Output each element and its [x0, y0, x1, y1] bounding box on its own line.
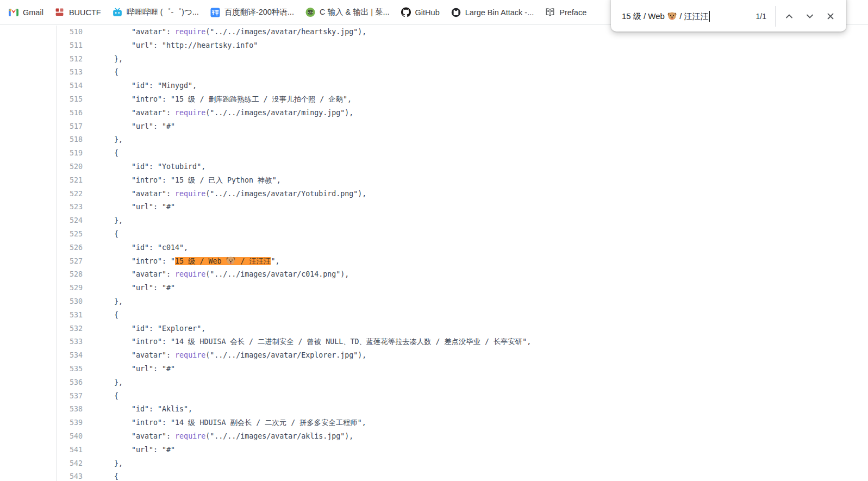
- line-number[interactable]: 518: [57, 133, 83, 147]
- line-number[interactable]: 541: [57, 443, 83, 457]
- line-number[interactable]: 532: [57, 322, 83, 336]
- code-line: 533 "intro": "14 级 HDUISA 会长 / 二进制安全 / 曾…: [57, 335, 868, 349]
- bookmark-label: 哔哩哔哩 (゜-゜)つ...: [127, 7, 199, 17]
- code-line: 537 {: [57, 390, 868, 403]
- line-number[interactable]: 530: [57, 295, 83, 309]
- line-number[interactable]: 534: [57, 349, 83, 363]
- ctf-wiki-icon: [451, 8, 461, 17]
- code-line: 539 "intro": "14 级 HDUISA 副会长 / 二次元 / 拼多…: [57, 416, 868, 430]
- code-text: "intro": "15 级 / Web / 汪汪汪",: [83, 255, 279, 268]
- line-number[interactable]: 526: [57, 241, 83, 255]
- code-text: "id": "Explorer",: [83, 322, 205, 336]
- bookmark-label: BUUCTF: [69, 8, 101, 17]
- code-text: "avatar": require("../../images/avatar/h…: [83, 26, 366, 39]
- line-number[interactable]: 527: [57, 255, 83, 268]
- line-number[interactable]: 519: [57, 147, 83, 160]
- chevron-down-icon: [805, 12, 814, 21]
- code-text: "avatar": require("../../images/avatar/m…: [83, 107, 353, 120]
- bookmark-bilibili[interactable]: 哔哩哔哩 (゜-゜)つ...: [113, 7, 199, 17]
- bookmark-label: 百度翻译-200种语...: [224, 7, 294, 17]
- bilibili-icon: [113, 8, 122, 17]
- code-text: "intro": "14 级 HDUISA 会长 / 二进制安全 / 曾被 NU…: [83, 335, 531, 349]
- line-number[interactable]: 517: [57, 120, 83, 134]
- line-number[interactable]: 514: [57, 79, 83, 93]
- line-number[interactable]: 540: [57, 430, 83, 443]
- line-number[interactable]: 535: [57, 363, 83, 376]
- code-text: "id": "Yotubird",: [83, 160, 205, 174]
- code-line: 516 "avatar": require("../../images/avat…: [57, 107, 868, 120]
- code-text: "url": "http://heartsky.info": [83, 39, 258, 53]
- line-number[interactable]: 539: [57, 416, 83, 430]
- find-next-button[interactable]: [800, 6, 820, 27]
- line-number[interactable]: 515: [57, 93, 83, 107]
- code-text: },: [83, 133, 123, 147]
- bookmark-large-bin-attack[interactable]: Large Bin Attack -...: [451, 8, 534, 17]
- line-number[interactable]: 523: [57, 201, 83, 214]
- bookmark-baidu-translate[interactable]: 百度翻译-200种语...: [210, 7, 294, 17]
- bookmark-preface[interactable]: Preface: [545, 8, 586, 17]
- line-number[interactable]: 543: [57, 470, 83, 481]
- code-text: "url": "#": [83, 443, 175, 457]
- bookmark-gmail[interactable]: Gmail: [9, 8, 43, 17]
- line-number[interactable]: 511: [57, 39, 83, 53]
- line-number[interactable]: 531: [57, 309, 83, 322]
- line-number[interactable]: 538: [57, 403, 83, 416]
- code-line: 525 {: [57, 228, 868, 241]
- find-previous-button[interactable]: [779, 6, 800, 27]
- github-icon: [401, 8, 411, 17]
- code-text: {: [83, 147, 118, 160]
- code-line: 534 "avatar": require("../../images/avat…: [57, 349, 868, 363]
- code-line: 523 "url": "#": [57, 201, 868, 214]
- code-line: 511 "url": "http://heartsky.info": [57, 39, 868, 53]
- code-text: },: [83, 376, 123, 390]
- code-line: 540 "avatar": require("../../images/avat…: [57, 430, 868, 443]
- code-text: {: [83, 228, 118, 241]
- code-text: "avatar": require("../../images/avatar/Y…: [83, 188, 366, 201]
- code-text: {: [83, 309, 118, 322]
- code-text: {: [83, 470, 118, 481]
- find-query-text: 15 级 / Web / 汪汪汪: [622, 11, 709, 22]
- line-number[interactable]: 536: [57, 376, 83, 390]
- line-number[interactable]: 529: [57, 282, 83, 295]
- close-icon: [826, 12, 835, 21]
- line-number[interactable]: 537: [57, 390, 83, 403]
- code-line: 543 {: [57, 470, 868, 481]
- line-number[interactable]: 524: [57, 214, 83, 228]
- code-line: 512 },: [57, 53, 868, 66]
- find-close-button[interactable]: [820, 6, 841, 27]
- svg-text:</>: </>: [308, 11, 314, 14]
- find-in-page-dialog: 15 级 / Web / 汪汪汪 1/1: [611, 0, 846, 32]
- line-number[interactable]: 520: [57, 160, 83, 174]
- find-input[interactable]: 15 级 / Web / 汪汪汪: [622, 11, 710, 22]
- line-number[interactable]: 525: [57, 228, 83, 241]
- bookmark-label: C 输入 & 输出 | 菜...: [320, 7, 390, 17]
- code-line: 514 "id": "Minygd",: [57, 79, 868, 93]
- code-text: "url": "#": [83, 201, 175, 214]
- line-number[interactable]: 533: [57, 335, 83, 349]
- dog-face-emoji: [667, 11, 677, 21]
- bookmark-buuctf[interactable]: BUUCTF: [55, 8, 101, 17]
- divider: [775, 6, 776, 27]
- line-number[interactable]: 512: [57, 53, 83, 66]
- code-text: "avatar": require("../../images/avatar/a…: [83, 430, 353, 443]
- code-text: },: [83, 295, 123, 309]
- bookmark-github[interactable]: GitHub: [401, 8, 440, 17]
- code-text: "url": "#": [83, 282, 175, 295]
- line-number[interactable]: 510: [57, 26, 83, 39]
- code-line: 517 "url": "#": [57, 120, 868, 134]
- code-line: 521 "intro": "15 级 / 已入 Python 神教",: [57, 174, 868, 188]
- code-line: 526 "id": "c014",: [57, 241, 868, 255]
- code-line: 530 },: [57, 295, 868, 309]
- line-number[interactable]: 516: [57, 107, 83, 120]
- bookmark-label: Gmail: [23, 8, 43, 17]
- baidu-translate-icon: [210, 8, 220, 17]
- line-number[interactable]: 522: [57, 188, 83, 201]
- code-text: "id": "Minygd",: [83, 79, 197, 93]
- bookmark-runoob-c-io[interactable]: </> C 输入 & 输出 | 菜...: [305, 7, 390, 17]
- line-number[interactable]: 521: [57, 174, 83, 188]
- gmail-icon: [9, 8, 18, 17]
- line-number[interactable]: 513: [57, 66, 83, 79]
- text-caret: [709, 11, 710, 22]
- line-number[interactable]: 542: [57, 457, 83, 471]
- line-number[interactable]: 528: [57, 268, 83, 282]
